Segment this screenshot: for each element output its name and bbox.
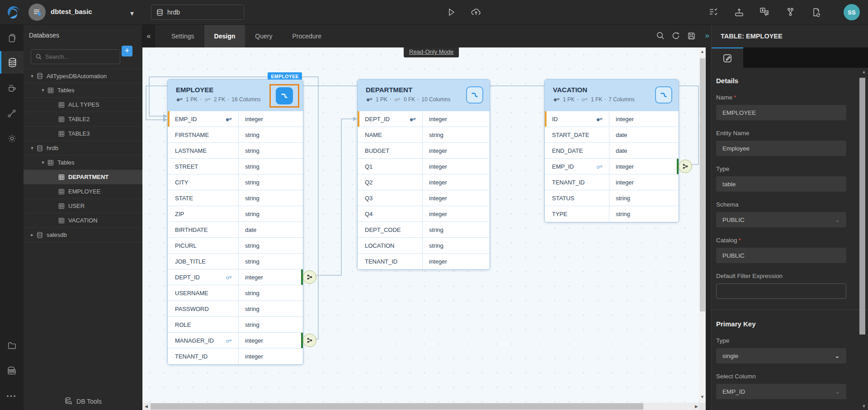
add-connection-button[interactable]: +: [122, 46, 132, 57]
column-row-dept_id[interactable]: DEPT_ID integer: [168, 269, 303, 285]
column-row-username[interactable]: USERNAME string: [168, 285, 303, 301]
tree-item-employee[interactable]: EMPLOYEE: [24, 184, 142, 199]
tree-search-box[interactable]: [31, 49, 120, 64]
tree-expander-icon[interactable]: ▾: [39, 87, 47, 93]
save-icon[interactable]: [685, 29, 698, 42]
column-row-lastname[interactable]: LASTNAME string: [168, 143, 303, 159]
tab-design[interactable]: Design: [204, 25, 245, 47]
horizontal-scroll-thumb[interactable]: [151, 403, 643, 410]
column-row-city[interactable]: CITY string: [168, 174, 303, 190]
rail-projects-icon[interactable]: [0, 27, 24, 50]
tab-query[interactable]: Query: [245, 25, 282, 47]
inspector-scroll-thumb[interactable]: [859, 78, 865, 335]
tree-item-tables[interactable]: ▾Tables: [24, 156, 142, 170]
cloud-upload-icon[interactable]: [469, 5, 483, 19]
tree-expander-icon[interactable]: ▾: [28, 73, 36, 79]
column-row-firstname[interactable]: FIRSTNAME string: [168, 127, 303, 143]
app-logo-icon[interactable]: [5, 4, 22, 21]
column-row-q2[interactable]: Q2 integer: [358, 174, 490, 190]
connection-selector[interactable]: hrdb: [151, 5, 244, 20]
entity-card-employee[interactable]: EMPLOYEE EMPLOYEE 1 PK · 2 FK · 16 Colum…: [167, 79, 303, 365]
column-row-emp_id[interactable]: EMP_ID integer: [545, 159, 679, 174]
play-icon[interactable]: [444, 5, 458, 19]
column-row-dept_code[interactable]: DEPT_CODE string: [358, 222, 490, 238]
rail-flows-icon[interactable]: [0, 102, 24, 125]
canvas-horizontal-scrollbar[interactable]: ◀ ▶: [142, 403, 706, 410]
relations-toggle-button[interactable]: [466, 86, 483, 104]
db-tools-button[interactable]: DB Tools: [24, 397, 142, 405]
name-field[interactable]: [716, 105, 846, 120]
refresh-icon[interactable]: [670, 29, 682, 42]
workspace-name[interactable]: dbtest_basic: [51, 8, 92, 15]
column-row-start_date[interactable]: START_DATE date: [545, 127, 679, 143]
tree-item-vacation[interactable]: VACATION: [24, 213, 142, 228]
er-diagram-canvas[interactable]: Read-Only Mode EMPLOYEE EMPLOYEE 1 PK · …: [142, 47, 706, 403]
column-row-state[interactable]: STATE string: [168, 190, 303, 206]
rail-sql-console-icon[interactable]: [0, 77, 24, 99]
column-row-role[interactable]: ROLE string: [168, 317, 303, 333]
tab-procedure[interactable]: Procedure: [282, 25, 331, 47]
workspace-avatar[interactable]: [28, 4, 46, 21]
tree-item-table2[interactable]: TABLE2: [24, 112, 142, 127]
share-nodes-icon[interactable]: [783, 5, 797, 19]
tree-item-table3[interactable]: TABLE3: [24, 127, 142, 141]
rail-databases-icon[interactable]: [0, 51, 24, 74]
tree-expander-icon[interactable]: ▾: [39, 160, 47, 165]
column-row-status[interactable]: STATUS string: [545, 190, 679, 206]
catalog-field[interactable]: [716, 248, 846, 263]
tree-item-hrdb[interactable]: ▾hrdb: [24, 141, 142, 156]
tree-item-alltypesdbautomation[interactable]: ▾AllTypesDBAutomation: [24, 69, 142, 83]
entity-header[interactable]: VACATION 1 PK · 1 FK · 7 Columns: [545, 80, 679, 111]
rail-settings-gear-icon[interactable]: [0, 127, 24, 150]
entity-header[interactable]: EMPLOYEE 1 PK · 2 FK · 16 Columns: [168, 80, 303, 111]
tree-item-user[interactable]: USER: [24, 199, 142, 213]
column-row-q1[interactable]: Q1 integer: [358, 159, 490, 174]
select-column-select[interactable]: EMP_ID ⌄: [716, 384, 846, 399]
entity-header[interactable]: DEPARTMENT 1 PK · 0 FK · 10 Columns: [358, 80, 490, 111]
relations-toggle-button[interactable]: [276, 87, 293, 104]
column-row-street[interactable]: STREET string: [168, 159, 303, 174]
page-refresh-icon[interactable]: [809, 5, 823, 19]
task-list-icon[interactable]: [707, 5, 720, 19]
relation-connector-badge[interactable]: [303, 334, 316, 347]
column-row-password[interactable]: PASSWORD string: [168, 301, 303, 317]
translate-icon[interactable]: [758, 5, 771, 19]
pk-type-select[interactable]: single ⌄: [716, 348, 846, 363]
column-row-zip[interactable]: ZIP string: [168, 206, 303, 222]
column-row-birthdate[interactable]: BIRTHDATE date: [168, 222, 303, 238]
column-row-tenant_id[interactable]: TENANT_ID integer: [358, 254, 490, 269]
tree-expander-icon[interactable]: ▾: [28, 145, 36, 151]
column-row-type[interactable]: TYPE string: [545, 206, 679, 222]
column-row-dept_id[interactable]: DEPT_ID integer: [358, 111, 490, 127]
user-avatar[interactable]: SS: [844, 4, 860, 20]
relation-connector-badge[interactable]: [679, 160, 692, 173]
filter-expression-field[interactable]: [716, 283, 846, 299]
schema-select[interactable]: PUBLIC ⌄: [716, 212, 846, 227]
expand-panel-button[interactable]: »: [705, 31, 709, 40]
tree-item-tables[interactable]: ▾Tables: [24, 83, 142, 98]
column-row-budget[interactable]: BUDGET integer: [358, 143, 490, 159]
column-row-tenant_id[interactable]: TENANT_ID integer: [545, 174, 679, 190]
driver-upload-icon[interactable]: [732, 5, 746, 19]
tree-item-salesdb[interactable]: ▸salesdb: [24, 228, 142, 242]
rail-log-icon[interactable]: LOG: [0, 359, 24, 382]
column-row-name[interactable]: NAME string: [358, 127, 490, 143]
entity-name-field[interactable]: [716, 141, 846, 156]
tree-item-department[interactable]: DEPARTMENT: [24, 170, 142, 184]
column-row-manager_id[interactable]: MANAGER_ID integer: [168, 333, 303, 349]
relation-connector-badge[interactable]: [303, 270, 316, 284]
entity-card-vacation[interactable]: VACATION 1 PK · 1 FK · 7 Columns ID inte…: [544, 79, 679, 222]
diagram-search-icon[interactable]: [654, 29, 667, 42]
column-row-q4[interactable]: Q4 integer: [358, 206, 490, 222]
tree-expander-icon[interactable]: ▸: [28, 232, 36, 238]
edit-table-tab[interactable]: [712, 47, 743, 68]
entity-card-department[interactable]: DEPARTMENT 1 PK · 0 FK · 10 Columns DEPT…: [357, 79, 490, 270]
relations-toggle-button[interactable]: [655, 86, 672, 104]
column-row-end_date[interactable]: END_DATE date: [545, 143, 679, 159]
inspector-scrollbar[interactable]: [859, 73, 865, 406]
column-row-id[interactable]: ID integer: [545, 111, 679, 127]
column-row-emp_id[interactable]: EMP_ID integer: [168, 111, 303, 127]
search-input[interactable]: [45, 53, 113, 60]
tab-settings[interactable]: Settings: [161, 25, 204, 47]
column-row-job_title[interactable]: JOB_TITLE string: [168, 254, 303, 269]
